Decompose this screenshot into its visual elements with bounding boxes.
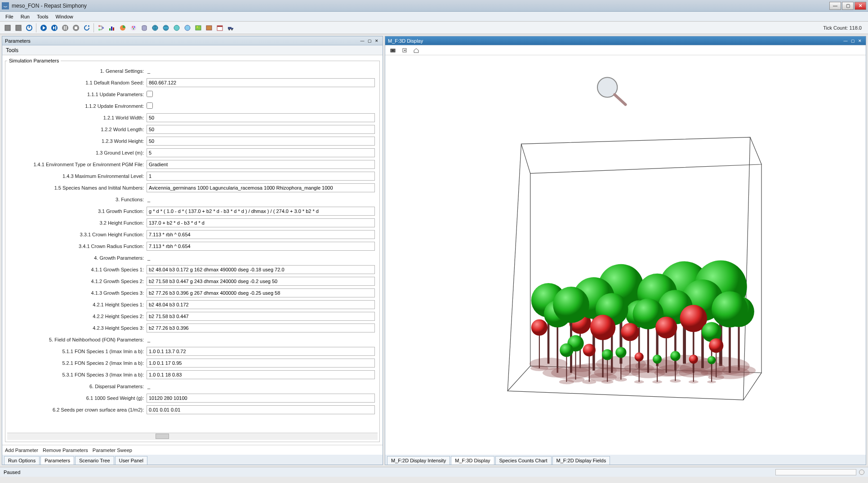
param-label: 4.1.1 Growth Species 1: (7, 267, 147, 272)
param-input[interactable] (147, 370, 375, 379)
parameters-scroll[interactable]: 1. General Settings:_1.1 Default Random … (7, 65, 378, 433)
param-input[interactable] (147, 323, 375, 332)
save-icon[interactable] (3, 23, 13, 33)
svg-point-34 (185, 25, 190, 31)
param-input[interactable] (147, 113, 375, 122)
pie-icon[interactable] (118, 23, 128, 33)
calendar-icon[interactable] (215, 23, 225, 33)
param-input[interactable] (147, 148, 375, 157)
remove-parameters-link[interactable]: Remove Parameters (43, 448, 88, 453)
param-checkbox[interactable] (147, 102, 153, 109)
globe-icon[interactable] (150, 23, 160, 33)
param-input[interactable] (147, 78, 375, 87)
stop-icon[interactable] (71, 23, 81, 33)
globe2-icon[interactable] (161, 23, 171, 33)
tools-header[interactable]: Tools (2, 45, 383, 55)
simulation-parameters-section: Simulation Parameters 1. General Setting… (5, 58, 380, 442)
param-input[interactable] (147, 300, 375, 309)
frame-maximize-icon[interactable]: ▢ (366, 38, 373, 44)
init-icon[interactable] (24, 23, 34, 33)
tab[interactable]: Species Counts Chart (495, 456, 552, 465)
param-input[interactable] (147, 160, 375, 169)
param-input[interactable] (147, 394, 375, 403)
info-icon[interactable] (400, 45, 410, 55)
java-icon (2, 2, 9, 9)
tab[interactable]: M_F:2D Display Fields (552, 456, 610, 465)
tab[interactable]: Run Options (4, 456, 40, 465)
truck-icon[interactable] (226, 23, 236, 33)
minimize-button[interactable]: — (829, 2, 841, 10)
parameter-sweep-link[interactable]: Parameter Sweep (93, 448, 132, 453)
3d-display-area[interactable] (385, 55, 866, 455)
param-input[interactable] (147, 405, 375, 414)
param-label: 5.1.1 FON Species 1 (Imax Imin a b): (7, 349, 147, 354)
param-row: 3.4.1 Crown Radius Function: (7, 240, 378, 252)
param-input[interactable] (147, 125, 375, 134)
param-row: 6. Dispersal Parameters:_ (7, 381, 378, 392)
param-input[interactable] (147, 183, 375, 192)
svg-point-153 (708, 356, 716, 364)
param-input[interactable] (147, 242, 375, 251)
param-input[interactable] (147, 288, 375, 297)
frame-minimize-icon[interactable]: — (359, 38, 365, 44)
image-icon[interactable] (193, 23, 203, 33)
frame-minimize-icon[interactable]: — (842, 38, 849, 44)
param-input[interactable] (147, 218, 375, 227)
camera-icon[interactable] (388, 45, 398, 55)
param-checkbox[interactable] (147, 91, 153, 97)
menu-run[interactable]: Run (18, 13, 32, 20)
param-input[interactable] (147, 277, 375, 286)
add-parameter-link[interactable]: Add Parameter (5, 448, 38, 453)
globe3-icon[interactable] (172, 23, 182, 33)
frame-maximize-icon[interactable]: ▢ (850, 38, 856, 44)
menu-window[interactable]: Window (53, 13, 76, 20)
tick-count: Tick Count: 118.0 (823, 25, 865, 31)
svg-rect-19 (102, 27, 104, 29)
param-input[interactable] (147, 312, 375, 321)
svg-rect-10 (55, 26, 56, 30)
param-input[interactable] (147, 230, 375, 239)
chart-icon[interactable] (107, 23, 117, 33)
palette-icon[interactable] (129, 23, 138, 33)
reset-icon[interactable] (82, 23, 92, 33)
param-input[interactable] (147, 172, 375, 181)
tab[interactable]: Parameters (40, 456, 74, 465)
param-input[interactable] (147, 137, 375, 146)
globe4-icon[interactable] (183, 23, 192, 33)
db-icon[interactable] (139, 23, 149, 33)
svg-point-96 (553, 287, 589, 323)
horizontal-scrollbar[interactable] (7, 433, 378, 440)
svg-marker-16 (88, 25, 90, 27)
close-button[interactable]: ✕ (855, 2, 866, 10)
parameters-pane: Parameters — ▢ ✕ Tools Simulation Parame… (2, 36, 383, 465)
tab[interactable]: M_F:2D Display Intensity (387, 456, 450, 465)
tab[interactable]: User Panel (115, 456, 147, 465)
save-as-icon[interactable] (13, 23, 23, 33)
play-icon[interactable] (39, 23, 49, 33)
tab[interactable]: Scenario Tree (75, 456, 114, 465)
tab[interactable]: M_F:3D Display (451, 456, 494, 465)
param-input[interactable] (147, 265, 375, 274)
param-label: 4. Growth Parameters: (7, 255, 147, 261)
param-input[interactable] (147, 207, 375, 216)
home-icon[interactable] (411, 45, 421, 55)
menu-tools[interactable]: Tools (34, 13, 51, 20)
display-frame-title: M_F:3D Display (388, 38, 842, 44)
param-label: 3. Functions: (7, 197, 147, 202)
frame-close-icon[interactable]: ✕ (857, 38, 863, 44)
param-row: 5.3.1 FON Species 3 (Imax Imin a b): (7, 369, 378, 381)
frame-close-icon[interactable]: ✕ (374, 38, 380, 44)
svg-rect-15 (75, 27, 77, 29)
param-static: _ (147, 68, 150, 74)
param-label: 1.2.1 World Width: (7, 115, 147, 120)
pause-icon[interactable] (60, 23, 70, 33)
image2-icon[interactable] (204, 23, 214, 33)
step-icon[interactable] (49, 23, 59, 33)
param-row: 1.4.3 Maximum Environmental Level: (7, 170, 378, 182)
tree-icon[interactable] (96, 23, 106, 33)
svg-point-123 (709, 338, 723, 353)
param-input[interactable] (147, 359, 375, 368)
maximize-button[interactable]: ▢ (842, 2, 854, 10)
param-input[interactable] (147, 347, 375, 356)
menu-file[interactable]: File (3, 13, 16, 20)
